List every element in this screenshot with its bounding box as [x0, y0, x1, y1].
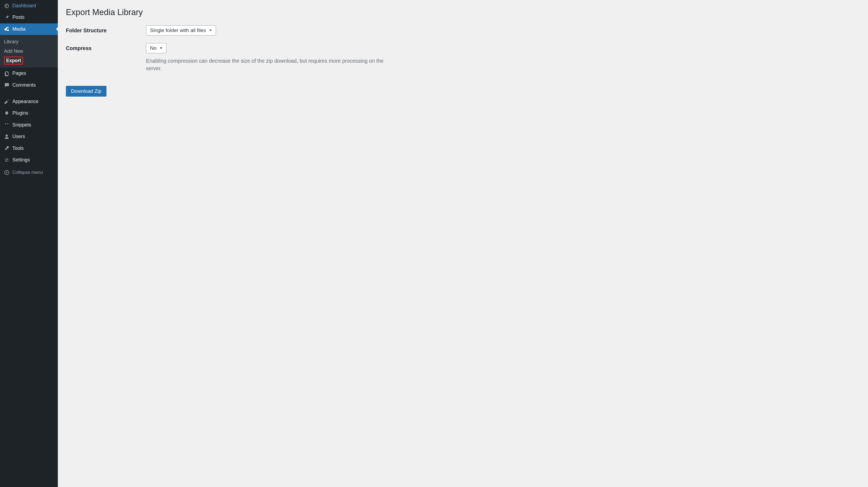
snippets-icon — [4, 122, 10, 128]
sidebar-item-posts[interactable]: Posts — [0, 11, 58, 23]
field-row-folder-structure: Folder Structure Single folder with all … — [66, 25, 860, 35]
admin-sidebar: Dashboard Posts Media Library Add New Ex… — [0, 0, 58, 487]
media-icon — [4, 26, 10, 32]
folder-structure-label: Folder Structure — [66, 25, 146, 34]
sidebar-item-media[interactable]: Media — [0, 23, 58, 35]
download-zip-button[interactable]: Download Zip — [66, 86, 106, 96]
submenu-label: Export — [4, 57, 23, 64]
tools-icon — [4, 145, 10, 151]
sidebar-item-appearance[interactable]: Appearance — [0, 96, 58, 107]
sidebar-label: Pages — [12, 70, 26, 77]
sidebar-label: Plugins — [12, 110, 28, 116]
dashboard-icon — [4, 3, 10, 9]
sidebar-item-users[interactable]: Users — [0, 131, 58, 142]
pages-icon — [4, 70, 10, 77]
select-value: No — [150, 45, 156, 51]
sidebar-item-plugins[interactable]: Plugins — [0, 107, 58, 119]
pin-icon — [4, 15, 10, 21]
sidebar-item-settings[interactable]: Settings — [0, 154, 58, 166]
compress-label: Compress — [66, 43, 146, 51]
sidebar-item-dashboard[interactable]: Dashboard — [0, 0, 58, 11]
main-content: Export Media Library Folder Structure Si… — [58, 0, 868, 487]
sidebar-label: Comments — [12, 82, 36, 88]
folder-structure-select[interactable]: Single folder with all files — [146, 25, 216, 35]
appearance-icon — [4, 99, 10, 105]
page-title: Export Media Library — [66, 7, 860, 17]
chevron-down-icon — [159, 46, 163, 51]
sidebar-label: Appearance — [12, 98, 38, 105]
chevron-down-icon — [208, 28, 213, 33]
submenu-item-add-new[interactable]: Add New — [0, 47, 58, 56]
compress-help-text: Enabling compression can decrease the si… — [146, 57, 388, 73]
select-value: Single folder with all files — [150, 27, 206, 33]
submenu-item-export[interactable]: Export — [0, 56, 58, 65]
collapse-menu[interactable]: Collapse menu — [0, 167, 58, 178]
compress-select[interactable]: No — [146, 43, 166, 53]
sidebar-label: Users — [12, 134, 25, 140]
media-submenu: Library Add New Export — [0, 35, 58, 67]
field-row-compress: Compress No Enabling compression can dec… — [66, 43, 860, 73]
collapse-label: Collapse menu — [12, 170, 43, 175]
sidebar-label: Posts — [12, 14, 25, 21]
sidebar-label: Settings — [12, 157, 30, 163]
sidebar-label: Snippets — [12, 122, 31, 128]
plugins-icon — [4, 110, 10, 116]
submenu-item-library[interactable]: Library — [0, 37, 58, 47]
sidebar-label: Tools — [12, 145, 24, 151]
collapse-icon — [4, 170, 10, 175]
sidebar-item-tools[interactable]: Tools — [0, 143, 58, 154]
comments-icon — [4, 82, 10, 88]
sidebar-label: Dashboard — [12, 3, 36, 9]
sidebar-item-comments[interactable]: Comments — [0, 79, 58, 91]
sidebar-item-snippets[interactable]: Snippets — [0, 119, 58, 131]
sidebar-label: Media — [12, 26, 26, 32]
sidebar-item-pages[interactable]: Pages — [0, 67, 58, 79]
settings-icon — [4, 157, 10, 163]
users-icon — [4, 134, 10, 140]
